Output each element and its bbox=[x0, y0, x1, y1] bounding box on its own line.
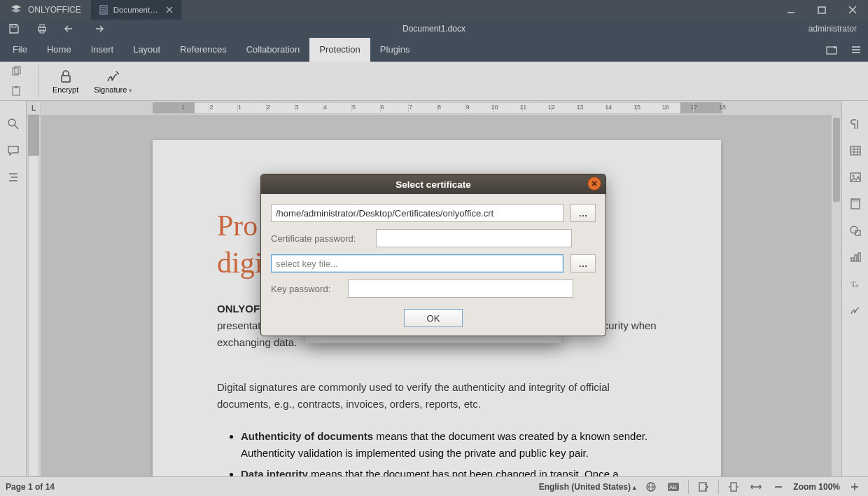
vertical-scrollbar[interactable] bbox=[832, 115, 841, 476]
svg-point-39 bbox=[850, 226, 858, 233]
signature-icon bbox=[106, 69, 121, 84]
key-password-label: Key password: bbox=[271, 284, 341, 294]
menu-collaboration[interactable]: Collaboration bbox=[237, 38, 310, 62]
spellcheck-globe-icon[interactable] bbox=[643, 480, 659, 494]
spellcheck-abc-icon[interactable]: AB bbox=[666, 480, 681, 494]
print-button[interactable] bbox=[28, 20, 56, 38]
image-panel-icon[interactable] bbox=[849, 171, 862, 184]
svg-line-26 bbox=[15, 125, 18, 129]
chart-panel-icon[interactable] bbox=[849, 251, 862, 263]
vertical-ruler[interactable] bbox=[27, 115, 41, 476]
tab-close-icon[interactable] bbox=[166, 6, 173, 13]
menu-file[interactable]: File bbox=[3, 38, 37, 62]
svg-rect-52 bbox=[731, 483, 736, 491]
signature-label: Signature ▾ bbox=[94, 85, 132, 94]
encrypt-button[interactable]: Encrypt bbox=[47, 62, 84, 101]
svg-rect-38 bbox=[851, 199, 860, 202]
svg-rect-42 bbox=[855, 255, 857, 261]
menu-insert[interactable]: Insert bbox=[81, 38, 124, 62]
cert-password-label: Certificate password: bbox=[271, 233, 369, 244]
document-tab[interactable]: Document1.d… bbox=[91, 0, 182, 20]
outline-icon[interactable] bbox=[7, 171, 20, 184]
svg-rect-24 bbox=[62, 76, 70, 82]
svg-rect-41 bbox=[851, 258, 853, 261]
redo-button[interactable] bbox=[84, 20, 112, 38]
comments-icon[interactable] bbox=[7, 144, 20, 157]
doc-icon bbox=[99, 5, 108, 15]
language-selector[interactable]: English (United States) ▴ bbox=[539, 482, 637, 492]
zoom-in-button[interactable] bbox=[847, 480, 862, 494]
track-changes-icon[interactable] bbox=[696, 480, 711, 494]
zoom-label[interactable]: Zoom 100% bbox=[793, 482, 840, 492]
key-password-input[interactable] bbox=[348, 280, 573, 298]
user-label[interactable]: administrator bbox=[797, 24, 868, 34]
fit-page-icon[interactable] bbox=[726, 480, 741, 494]
menu-home[interactable]: Home bbox=[37, 38, 81, 62]
horizontal-ruler[interactable]: 12123456789101112131415161718 bbox=[41, 101, 841, 115]
menubar: File Home Insert Layout References Colla… bbox=[0, 38, 868, 62]
ribbon: Encrypt Signature ▾ bbox=[0, 62, 868, 101]
svg-text:a: a bbox=[855, 282, 858, 289]
svg-rect-9 bbox=[818, 7, 825, 13]
brand-logo-icon bbox=[10, 4, 22, 16]
chevron-up-icon: ▴ bbox=[633, 484, 636, 491]
svg-rect-30 bbox=[850, 146, 860, 155]
brand-label: ONLYOFFICE bbox=[28, 5, 81, 15]
chevron-down-icon: ▾ bbox=[129, 87, 132, 94]
textart-panel-icon[interactable]: Ta bbox=[849, 277, 862, 290]
certificate-password-input[interactable] bbox=[376, 229, 572, 247]
window-close-button[interactable] bbox=[837, 0, 868, 20]
svg-marker-1 bbox=[11, 8, 21, 13]
page-indicator[interactable]: Page 1 of 14 bbox=[6, 482, 55, 492]
scroll-thumb[interactable] bbox=[833, 118, 840, 202]
certificate-path-input[interactable] bbox=[271, 204, 564, 222]
svg-point-36 bbox=[852, 175, 854, 177]
menu-references[interactable]: References bbox=[170, 38, 236, 62]
window-maximize-button[interactable] bbox=[806, 0, 837, 20]
lock-icon bbox=[58, 69, 74, 84]
dialog-title: Select certificate bbox=[396, 179, 470, 190]
select-certificate-dialog: Select certificate … Certificate passwor… bbox=[260, 174, 606, 336]
undo-button[interactable] bbox=[56, 20, 84, 38]
save-button[interactable] bbox=[0, 20, 28, 38]
table-panel-icon[interactable] bbox=[849, 144, 862, 157]
dialog-close-button[interactable] bbox=[587, 177, 601, 191]
find-icon[interactable] bbox=[7, 118, 20, 130]
zoom-out-button[interactable] bbox=[771, 480, 786, 494]
ok-button[interactable]: OK bbox=[404, 309, 463, 327]
doc-list: Authenticity of documents means that the… bbox=[217, 428, 657, 476]
doc-paragraph-2: Digital signatures are commonly used to … bbox=[217, 379, 657, 413]
view-settings-button[interactable] bbox=[844, 38, 868, 62]
certificate-browse-button[interactable]: … bbox=[570, 204, 596, 222]
copy-button[interactable] bbox=[7, 64, 25, 79]
svg-rect-43 bbox=[858, 253, 860, 261]
paragraph-panel-icon[interactable] bbox=[849, 118, 862, 130]
brand[interactable]: ONLYOFFICE bbox=[0, 0, 91, 20]
dialog-titlebar[interactable]: Select certificate bbox=[261, 174, 606, 194]
tab-stop-selector[interactable]: L bbox=[27, 101, 41, 115]
key-browse-button[interactable]: … bbox=[570, 254, 596, 273]
header-panel-icon[interactable] bbox=[849, 198, 862, 210]
svg-text:AB: AB bbox=[669, 484, 677, 490]
encrypt-label: Encrypt bbox=[52, 85, 78, 94]
fit-width-icon[interactable] bbox=[748, 480, 764, 494]
window-minimize-button[interactable] bbox=[776, 0, 806, 20]
list-item: Data integrity means that the document h… bbox=[241, 466, 657, 476]
paste-button[interactable] bbox=[7, 83, 25, 99]
menu-protection[interactable]: Protection bbox=[309, 38, 370, 62]
svg-point-25 bbox=[8, 119, 15, 126]
signature-panel-icon[interactable] bbox=[849, 304, 862, 317]
key-file-input[interactable] bbox=[271, 254, 564, 273]
menu-layout[interactable]: Layout bbox=[123, 38, 170, 62]
document-tab-label: Document1.d… bbox=[113, 6, 160, 14]
shape-panel-icon[interactable] bbox=[849, 224, 862, 237]
list-item: Authenticity of documents means that the… bbox=[241, 428, 657, 462]
svg-rect-23 bbox=[15, 86, 18, 88]
signature-button[interactable]: Signature ▾ bbox=[88, 62, 138, 101]
status-bar: Page 1 of 14 English (United States) ▴ A… bbox=[0, 476, 868, 496]
menu-plugins[interactable]: Plugins bbox=[370, 38, 420, 62]
open-location-button[interactable] bbox=[820, 38, 844, 62]
